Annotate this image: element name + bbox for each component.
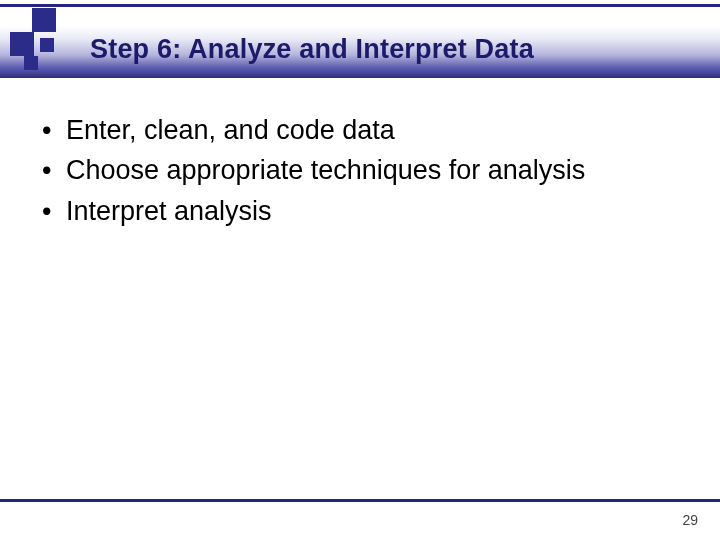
slide-title: Step 6: Analyze and Interpret Data [90,34,534,65]
bullet-list: Enter, clean, and code data Choose appro… [36,112,680,229]
top-divider [0,4,720,7]
list-item: Enter, clean, and code data [36,112,680,148]
list-item: Choose appropriate techniques for analys… [36,152,680,188]
decorative-squares-icon [10,8,66,80]
slide-body: Enter, clean, and code data Choose appro… [36,112,680,233]
bottom-divider [0,499,720,502]
page-number: 29 [682,512,698,528]
list-item: Interpret analysis [36,193,680,229]
